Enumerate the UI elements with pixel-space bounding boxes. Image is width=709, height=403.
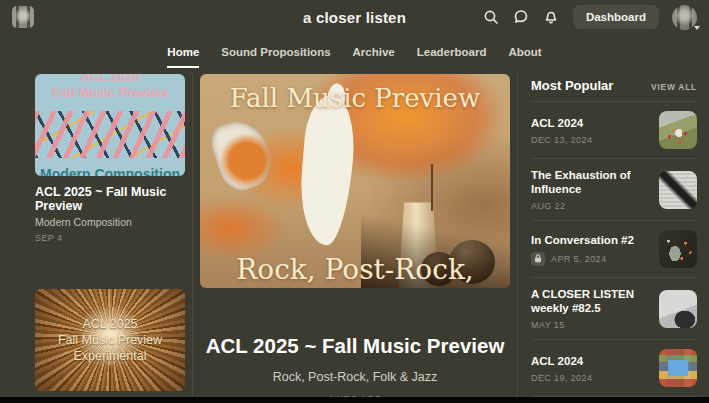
- newspaper-bird-thumbnail: [659, 171, 697, 209]
- burning-paper-shape: [206, 115, 277, 196]
- popular-item-date: APR 5, 2024: [551, 254, 606, 264]
- popular-item-text: ACL 2024 DEC 19, 2024: [531, 354, 649, 383]
- header: a closer listen Dashboard: [0, 0, 709, 34]
- featured-title: ACL 2025 ~ Fall Music Preview: [200, 334, 510, 358]
- window-bottom-edge: [0, 397, 709, 403]
- vertical-divider: [192, 74, 193, 403]
- header-actions: Dashboard: [483, 5, 697, 30]
- search-icon[interactable]: [483, 9, 500, 26]
- popular-item-text: In Conversation #2 APR 5, 2024: [531, 233, 649, 266]
- popular-item-acl-2024-dec13[interactable]: ACL 2024 DEC 13, 2024: [531, 101, 697, 158]
- white-silhouette-figure: [296, 94, 358, 248]
- popular-item-weekly-82-5[interactable]: A CLOSER LISTEN weekly #82.5 MAY 15: [531, 277, 697, 339]
- article-card-experimental[interactable]: ACL 2025 Fall Music Preview Experimental…: [35, 289, 185, 403]
- confetti-artwork: [35, 111, 185, 158]
- user-menu[interactable]: [672, 5, 697, 30]
- artwork-text: ACL 2025 Fall Music Preview: [35, 74, 185, 101]
- popular-item-text: The Exhaustion of Influence AUG 22: [531, 168, 649, 211]
- tab-archive[interactable]: Archive: [353, 46, 395, 68]
- lock-icon: [531, 252, 545, 266]
- popular-item-in-conversation-2[interactable]: In Conversation #2 APR 5, 2024: [531, 220, 697, 277]
- tab-home[interactable]: Home: [167, 46, 199, 68]
- sidebar-header: Most Popular VIEW ALL: [531, 74, 697, 101]
- artwork-text-top: Fall Music Preview: [200, 83, 510, 113]
- chevron-down-icon: [694, 26, 700, 30]
- popular-item-date: AUG 22: [531, 201, 565, 211]
- featured-artwork: Fall Music Preview Rock, Post-Rock,: [200, 74, 510, 288]
- meadow-landscape-thumbnail: [659, 111, 697, 149]
- mast-shape: [431, 164, 433, 211]
- site-logo[interactable]: [12, 6, 34, 28]
- sidebar-heading: Most Popular: [531, 78, 613, 93]
- tab-leaderboard[interactable]: Leaderboard: [417, 46, 487, 68]
- popular-item-text: A CLOSER LISTEN weekly #82.5 MAY 15: [531, 287, 649, 330]
- artwork-text-bottom: Modern Composition: [35, 166, 185, 176]
- featured-subtitle: Rock, Post-Rock, Folk & Jazz: [200, 370, 510, 384]
- popular-item-exhaustion-of-influence[interactable]: The Exhaustion of Influence AUG 22: [531, 158, 697, 220]
- popular-item-date: DEC 13, 2024: [531, 135, 592, 145]
- featured-article-column: Fall Music Preview Rock, Post-Rock, ACL …: [200, 74, 510, 403]
- vertical-divider: [517, 74, 518, 403]
- article-card-modern-composition[interactable]: ACL 2025 Fall Music Preview Modern Compo…: [35, 74, 185, 243]
- article-category: Modern Composition: [35, 216, 185, 228]
- main-nav: Home Sound Propositions Archive Leaderbo…: [0, 34, 709, 68]
- secondary-articles-column: ACL 2025 Fall Music Preview Modern Compo…: [35, 74, 185, 403]
- tab-sound-propositions[interactable]: Sound Propositions: [221, 46, 330, 68]
- article-title: ACL 2025 ~ Fall Music Preview: [35, 185, 185, 213]
- popular-item-text: ACL 2024 DEC 13, 2024: [531, 116, 649, 145]
- popular-item-acl-2024-dec19[interactable]: ACL 2024 DEC 19, 2024: [531, 339, 697, 396]
- tab-about[interactable]: About: [508, 46, 541, 68]
- bw-portrait-thumbnail: [659, 290, 697, 328]
- featured-article-card[interactable]: Fall Music Preview Rock, Post-Rock, ACL …: [200, 74, 510, 403]
- view-all-link[interactable]: VIEW ALL: [651, 82, 697, 92]
- popular-item-date: DEC 19, 2024: [531, 373, 592, 383]
- artwork-text: ACL 2025 Fall Music Preview Experimental: [35, 316, 185, 364]
- dashboard-button[interactable]: Dashboard: [573, 5, 659, 29]
- bell-icon[interactable]: [543, 9, 560, 26]
- chat-icon[interactable]: [513, 9, 530, 26]
- artwork-text-bottom: Rock, Post-Rock,: [200, 253, 510, 286]
- most-popular-sidebar: Most Popular VIEW ALL ACL 2024 DEC 13, 2…: [525, 74, 697, 403]
- dark-portrait-thumbnail: [659, 230, 697, 268]
- album-collage-thumbnail: [659, 349, 697, 387]
- popular-item-date: MAY 15: [531, 320, 565, 330]
- content: ACL 2025 Fall Music Preview Modern Compo…: [0, 68, 709, 403]
- article-thumbnail: ACL 2025 Fall Music Preview Experimental: [35, 289, 185, 391]
- article-thumbnail: ACL 2025 Fall Music Preview Modern Compo…: [35, 74, 185, 176]
- article-date: SEP 4: [35, 233, 185, 243]
